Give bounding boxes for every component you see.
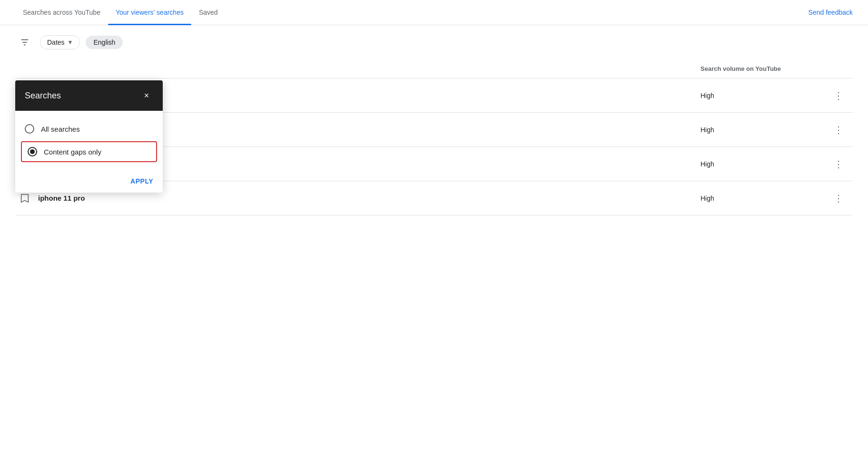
- volume-row2: High: [700, 126, 824, 134]
- all-searches-radio[interactable]: [25, 124, 34, 134]
- all-searches-label: All searches: [41, 125, 80, 133]
- more-actions-row1[interactable]: ⋮: [824, 90, 853, 101]
- apply-button[interactable]: APPLY: [130, 177, 153, 185]
- volume-row4: High: [700, 194, 824, 202]
- volume-row1: High: [700, 92, 824, 99]
- tab-viewers-searches[interactable]: Your viewers' searches: [108, 0, 191, 25]
- chevron-down-icon: ▼: [68, 39, 73, 46]
- all-searches-option[interactable]: All searches: [15, 118, 163, 139]
- more-actions-row3[interactable]: ⋮: [824, 158, 853, 170]
- dropdown-panel: Searches × All searches Content gaps onl…: [15, 80, 163, 193]
- tab-saved[interactable]: Saved: [191, 0, 226, 25]
- bookmark-svg-row4: [20, 193, 30, 204]
- dropdown-title: Searches: [25, 91, 61, 101]
- language-filter-chip[interactable]: English: [86, 36, 123, 49]
- searches-dropdown: Searches × All searches Content gaps onl…: [15, 80, 163, 193]
- tab-searches-across-youtube[interactable]: Searches across YouTube: [15, 0, 108, 25]
- content-gaps-radio[interactable]: [28, 147, 37, 156]
- filter-icon: [20, 37, 30, 48]
- top-nav: Searches across YouTube Your viewers' se…: [0, 0, 868, 25]
- dates-filter-chip[interactable]: Dates ▼: [40, 35, 80, 49]
- send-feedback-link[interactable]: Send feedback: [809, 9, 853, 16]
- dropdown-options: All searches Content gaps only: [15, 111, 163, 172]
- volume-column-header: Search volume on YouTube: [700, 65, 824, 72]
- table-header: Search volume on YouTube: [15, 59, 853, 78]
- dropdown-header: Searches ×: [15, 80, 163, 111]
- content-gaps-label: Content gaps only: [44, 148, 101, 156]
- search-term-row4: iphone 11 pro: [34, 194, 700, 202]
- more-actions-row2[interactable]: ⋮: [824, 124, 853, 136]
- close-button[interactable]: ×: [140, 89, 153, 102]
- content-gaps-option[interactable]: Content gaps only: [21, 141, 157, 162]
- dropdown-footer: APPLY: [15, 172, 163, 193]
- filter-bar: Dates ▼ English Searches × All searches …: [0, 25, 868, 59]
- more-actions-row4[interactable]: ⋮: [824, 193, 853, 204]
- volume-row3: High: [700, 160, 824, 168]
- filter-icon-button[interactable]: [15, 33, 34, 52]
- bookmark-icon-row4[interactable]: [15, 193, 34, 204]
